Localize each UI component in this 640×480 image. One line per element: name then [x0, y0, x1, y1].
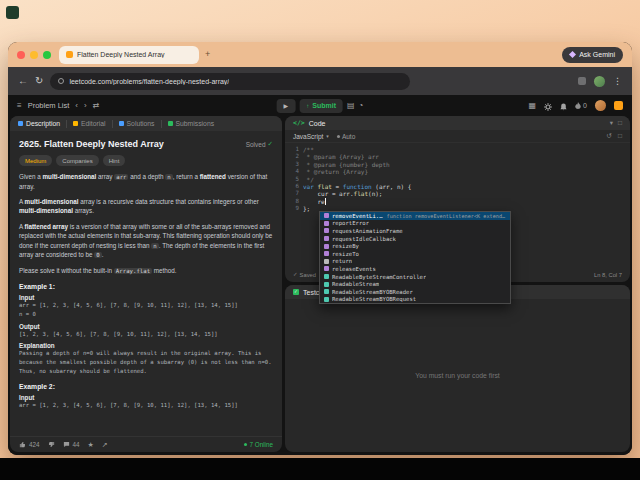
suggest-item[interactable]: removeEventLi...function removeEventList… — [320, 212, 510, 220]
sparkle-icon — [569, 51, 576, 58]
suggest-kind-icon — [324, 213, 329, 218]
suggest-item[interactable]: requestAnimationFrame — [320, 227, 510, 235]
title-row: 2625. Flatten Deeply Nested Array Solved… — [19, 139, 273, 149]
browser-window: Flatten Deeply Nested Array + Ask Gemini… — [8, 42, 632, 455]
share-icon[interactable]: ↗ — [102, 441, 108, 448]
url-bar[interactable]: leetcode.com/problems/flatten-deeply-nes… — [50, 73, 410, 90]
autosave-dot-icon — [337, 135, 340, 138]
upload-icon: ↑ — [306, 103, 309, 109]
tab-editorial[interactable]: Editorial — [73, 120, 106, 127]
suggest-item[interactable]: ReadableStream — [320, 280, 510, 288]
tab-description[interactable]: Description — [18, 120, 60, 127]
example-heading: Example 2: — [19, 383, 273, 390]
new-tab-button[interactable]: + — [205, 50, 210, 59]
suggest-item[interactable]: ReadableByteStreamController — [320, 273, 510, 281]
navbar-left: ≡ Problem List ‹ › ⇄ — [17, 101, 99, 110]
text-cursor — [325, 198, 326, 205]
minimize-window-button[interactable] — [30, 51, 38, 59]
right-column: </> Code ▾ □ JavaScript ▾ — [285, 116, 630, 452]
tab-solutions[interactable]: Solutions — [119, 120, 155, 127]
suggest-kind-icon — [324, 274, 329, 279]
suggest-item[interactable]: ReadableStreamBYOBReader — [320, 288, 510, 296]
examples: Example 1:Inputarr = [1, 2, 3, [4, 5, 6]… — [19, 283, 273, 410]
comment-count: 44 — [73, 441, 80, 448]
settings-gear-icon[interactable] — [544, 97, 552, 115]
reset-code-icon[interactable]: ↺ — [607, 133, 612, 140]
play-icon: ▶ — [284, 103, 289, 109]
difficulty-badge[interactable]: Medium — [19, 155, 52, 166]
solved-badge: Solved ✓ — [246, 140, 273, 148]
saved-label: Saved — [300, 272, 316, 278]
language-selector[interactable]: JavaScript ▾ — [293, 133, 329, 140]
tab-submissions[interactable]: Submissions — [168, 120, 215, 127]
comments-button[interactable]: 44 — [63, 441, 80, 448]
chevron-down-icon: ▾ — [326, 134, 329, 139]
suggest-kind-icon — [324, 282, 329, 287]
problem-paragraph: A multi-dimensional array is a recursive… — [19, 197, 273, 216]
suggest-item[interactable]: reportError — [320, 220, 510, 228]
menubar-app-icon[interactable] — [6, 6, 19, 19]
streak-counter[interactable]: 0 — [575, 102, 587, 110]
suggest-item[interactable]: ReadableStreamBYOBRequest — [320, 296, 510, 304]
fullscreen-icon[interactable]: □ — [618, 133, 622, 140]
reload-icon[interactable]: ↻ — [35, 76, 43, 86]
testcase-body: You must run your code first — [285, 299, 630, 452]
next-problem-icon[interactable]: › — [84, 102, 87, 110]
editorial-icon — [73, 121, 78, 126]
page-title: 2625. Flatten Deeply Nested Array — [19, 139, 164, 149]
suggest-item[interactable]: requestIdleCallback — [320, 235, 510, 243]
ask-gemini-button[interactable]: Ask Gemini — [562, 47, 623, 63]
code-line: /** — [303, 146, 630, 153]
browser-tab[interactable]: Flatten Deeply Nested Array — [59, 46, 199, 64]
dislike-button[interactable] — [48, 441, 55, 448]
thumbs-down-icon — [48, 441, 55, 448]
leetcode-page: ≡ Problem List ‹ › ⇄ ▶ ↑ Submit ▤ ◔ ▦ — [8, 95, 632, 455]
shuffle-icon[interactable]: ⇄ — [93, 102, 100, 110]
line-number: 3 — [285, 161, 299, 168]
problem-list-link[interactable]: Problem List — [28, 101, 70, 110]
prev-problem-icon[interactable]: ‹ — [75, 102, 78, 110]
suggest-item[interactable]: return — [320, 258, 510, 266]
site-info-icon[interactable] — [58, 78, 64, 84]
leetcode-navbar: ≡ Problem List ‹ › ⇄ ▶ ↑ Submit ▤ ◔ ▦ — [8, 95, 632, 116]
hint-tag[interactable]: Hint — [103, 155, 126, 166]
extensions-icon[interactable] — [578, 77, 586, 85]
back-icon[interactable]: ← — [18, 76, 28, 86]
submit-button[interactable]: ↑ Submit — [299, 99, 343, 113]
browser-menu-icon[interactable]: ⋮ — [613, 77, 622, 86]
close-window-button[interactable] — [17, 51, 25, 59]
premium-icon[interactable] — [614, 101, 623, 110]
bell-icon[interactable] — [560, 97, 567, 115]
timer-icon[interactable]: ◔ — [359, 102, 364, 110]
maximize-window-button[interactable] — [43, 51, 51, 59]
tab-submissions-label: Submissions — [176, 120, 215, 127]
expand-panel-icon[interactable]: □ — [618, 120, 622, 127]
code-panel-header-icons: ▾ □ — [610, 120, 622, 127]
online-label: 7 Online — [250, 441, 273, 448]
suggest-item[interactable]: resizeBy — [320, 242, 510, 250]
browser-profile-avatar[interactable] — [594, 76, 605, 87]
suggest-item[interactable]: resizeTo — [320, 250, 510, 258]
problem-list-icon[interactable]: ≡ — [17, 102, 22, 110]
run-button[interactable]: ▶ — [277, 99, 296, 113]
description-panel: Description Editorial Solutions — [10, 116, 282, 452]
companies-tag[interactable]: Companies — [56, 155, 98, 166]
testcase-panel: ✓ Testcase You must run your code first — [285, 285, 630, 452]
tab-description-label: Description — [26, 120, 60, 127]
code-panel-title: Code — [309, 120, 326, 127]
thumbs-up-icon — [19, 441, 26, 448]
layout-icon[interactable]: ▦ — [529, 102, 537, 110]
toolbar-right: ⋮ — [578, 76, 622, 87]
notes-icon[interactable]: ▤ — [347, 102, 355, 110]
suggest-kind-icon — [324, 251, 329, 256]
user-avatar[interactable] — [595, 100, 606, 111]
collapse-panel-icon[interactable]: ▾ — [610, 120, 613, 127]
code-line: * @param {number} depth — [303, 161, 630, 168]
line-number: 1 — [285, 146, 299, 153]
example-heading: Example 1: — [19, 283, 273, 290]
window-controls — [17, 51, 51, 59]
suggest-item[interactable]: releaseEvents — [320, 265, 510, 273]
favorite-star-icon[interactable]: ★ — [88, 441, 94, 448]
like-button[interactable]: 424 — [19, 441, 40, 448]
autosave-indicator: Auto — [337, 133, 355, 140]
